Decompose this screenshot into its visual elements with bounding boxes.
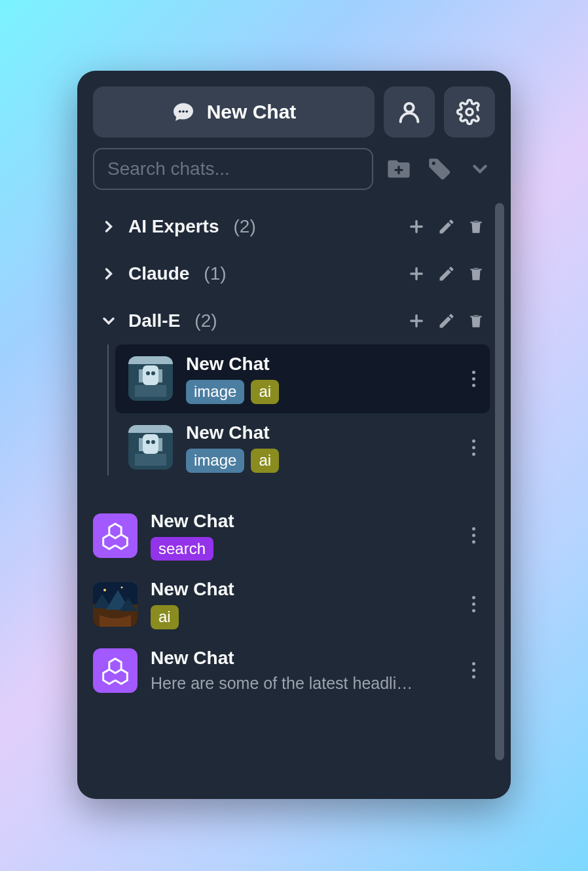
chat-more-button[interactable] — [466, 364, 482, 394]
svg-point-3 — [405, 103, 413, 112]
svg-point-28 — [121, 586, 123, 588]
svg-point-9 — [146, 371, 150, 375]
folder-count: (1) — [204, 263, 226, 284]
svg-rect-20 — [139, 438, 143, 451]
svg-point-1 — [182, 110, 185, 113]
new-folder-button[interactable] — [384, 154, 414, 184]
svg-rect-15 — [128, 425, 173, 433]
chat-tag: ai — [151, 605, 179, 629]
svg-rect-11 — [135, 385, 166, 397]
svg-rect-21 — [158, 438, 162, 451]
chat-bubble-icon — [172, 100, 195, 124]
trash-icon — [468, 312, 485, 330]
search-row — [93, 148, 495, 190]
trash-icon — [468, 265, 485, 283]
avatar-openai — [93, 513, 138, 558]
svg-point-2 — [185, 110, 188, 113]
chevron-down-icon — [469, 158, 491, 180]
plus-icon — [407, 217, 426, 236]
openai-logo-icon — [101, 521, 130, 550]
expand-toggle[interactable] — [465, 154, 495, 184]
folder-edit-button[interactable] — [437, 265, 456, 283]
chat-text: New ChatHere are some of the latest head… — [151, 648, 452, 693]
folder-row[interactable]: Claude (1) — [93, 250, 490, 297]
folder-count: (2) — [194, 310, 217, 331]
chat-title: New Chat — [151, 579, 452, 600]
svg-point-17 — [146, 440, 150, 444]
folder-add-button[interactable] — [407, 265, 426, 283]
chat-title: New Chat — [151, 511, 452, 532]
chat-item[interactable]: New Chatsearch — [93, 502, 490, 570]
folder-name: AI Experts — [128, 216, 219, 237]
chat-item[interactable]: New Chatimageai — [115, 413, 490, 482]
folder-delete-button[interactable] — [468, 265, 485, 283]
avatar-fantasy — [93, 582, 138, 627]
chat-tag: ai — [251, 380, 279, 404]
chevron-right-icon — [100, 265, 118, 283]
pencil-icon — [437, 265, 456, 283]
chat-tag: image — [186, 380, 244, 404]
svg-rect-13 — [158, 369, 162, 382]
plus-icon — [407, 312, 426, 330]
chat-more-button[interactable] — [466, 656, 482, 685]
chat-more-button[interactable] — [466, 521, 482, 550]
svg-point-10 — [151, 371, 155, 375]
chat-more-button[interactable] — [466, 433, 482, 462]
folder-actions — [407, 217, 485, 236]
pencil-icon — [437, 217, 456, 236]
folder-delete-button[interactable] — [468, 312, 485, 330]
folder-add-button[interactable] — [407, 312, 426, 330]
folder-plus-icon — [384, 156, 414, 182]
chat-tag: search — [151, 537, 213, 561]
robot-art-icon — [128, 425, 173, 470]
folder-edit-button[interactable] — [437, 312, 456, 330]
chat-text: New Chatai — [151, 579, 452, 629]
chat-list: AI Experts (2) Claude (1) Dall-E (2) New… — [93, 203, 504, 783]
plus-icon — [407, 265, 426, 283]
sidebar-panel: New Chat AI Experts (2) Cla — [77, 71, 511, 799]
new-chat-label: New Chat — [207, 101, 297, 123]
svg-rect-16 — [143, 434, 158, 454]
chat-item[interactable]: New ChatHere are some of the latest head… — [93, 639, 490, 702]
settings-button[interactable] — [444, 86, 495, 138]
chevron-right-icon — [100, 217, 118, 236]
avatar-openai — [93, 648, 138, 693]
fantasy-art-icon — [93, 582, 138, 627]
chat-item[interactable]: New Chatai — [93, 570, 490, 639]
svg-point-4 — [466, 109, 473, 115]
tree-line — [107, 344, 109, 475]
svg-point-18 — [151, 440, 155, 444]
folder-add-button[interactable] — [407, 217, 426, 236]
folder-row[interactable]: AI Experts (2) — [93, 203, 490, 250]
chat-title: New Chat — [186, 422, 452, 443]
chat-text: New Chatimageai — [186, 422, 452, 473]
folder-delete-button[interactable] — [468, 217, 485, 236]
chat-tags: search — [151, 537, 452, 561]
folder-actions — [407, 312, 485, 330]
folder-edit-button[interactable] — [437, 217, 456, 236]
chat-subtitle: Here are some of the latest headli… — [151, 674, 452, 693]
avatar-robot — [128, 356, 173, 401]
pencil-icon — [437, 312, 456, 330]
robot-art-icon — [128, 356, 173, 401]
scrollbar[interactable] — [495, 203, 504, 783]
tag-button[interactable] — [424, 154, 454, 184]
folder-name: Dall-E — [128, 310, 180, 331]
folder-actions — [407, 265, 485, 283]
chat-item[interactable]: New Chatimageai — [115, 344, 490, 413]
header-row: New Chat — [93, 86, 495, 138]
new-chat-button[interactable]: New Chat — [93, 86, 375, 138]
svg-point-0 — [179, 110, 181, 113]
svg-point-27 — [103, 589, 106, 591]
chat-text: New Chatimageai — [186, 354, 452, 404]
folder-name: Claude — [128, 263, 189, 284]
chevron-down-icon — [100, 312, 118, 330]
folder-row[interactable]: Dall-E (2) — [93, 297, 490, 344]
profile-button[interactable] — [384, 86, 435, 138]
chat-more-button[interactable] — [466, 589, 482, 619]
svg-rect-19 — [135, 454, 166, 466]
scrollbar-thumb[interactable] — [495, 203, 504, 760]
search-input[interactable] — [93, 148, 373, 190]
svg-point-5 — [432, 162, 435, 165]
chat-title: New Chat — [186, 354, 452, 375]
